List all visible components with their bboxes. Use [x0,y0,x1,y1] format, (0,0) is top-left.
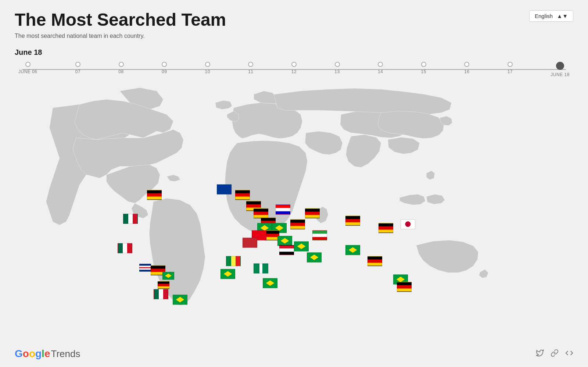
timeline-date-label: 09 [162,69,167,74]
timeline-date-label: 11 [248,69,253,74]
timeline-dot[interactable] [248,62,253,67]
flag-de [254,208,268,218]
twitter-icon[interactable] [536,349,544,359]
flag-marker [345,215,360,225]
timeline-dots: JUNE 060708091011121314151617JUNE 18 [18,62,570,77]
flag-eg [279,245,294,255]
timeline-date-label: 14 [378,69,383,74]
flag-marker [162,272,174,279]
flag-marker [265,230,279,240]
timeline-dot[interactable] [378,62,383,67]
timeline-point[interactable]: 16 [464,62,469,77]
flag-cr [139,264,151,271]
timeline-point[interactable]: 07 [75,62,80,77]
flag-marker [243,238,257,247]
flag-marker [276,204,290,214]
timeline-point[interactable]: 08 [118,62,123,77]
flag-marker [118,243,132,253]
flag-de [290,219,305,229]
timeline-date-label: JUNE 06 [18,69,37,74]
footer-icons [536,349,573,359]
flag-is [217,184,232,194]
flag-marker [123,214,138,224]
flag-ma [243,238,257,247]
timeline-dot[interactable] [335,62,340,67]
timeline-point[interactable]: 11 [248,62,253,77]
flag-de [265,230,279,240]
flag-br [294,241,309,251]
timeline-dot[interactable] [162,62,167,67]
timeline-dot[interactable] [508,62,513,67]
timeline-dot[interactable] [421,62,426,67]
code-icon[interactable] [565,349,573,359]
timeline-dot[interactable] [464,62,469,67]
page-subtitle: The most searched national team in each … [15,33,226,39]
timeline-section: June 18 JUNE 060708091011121314151617JUN… [0,39,588,77]
flag-de [397,282,412,292]
timeline-point[interactable]: JUNE 06 [18,62,37,77]
flag-marker [368,256,382,266]
google-logo-text: Google [15,348,50,360]
flag-ir [312,230,327,240]
timeline-dot[interactable] [25,62,31,67]
flag-hr [276,204,290,214]
flag-marker [401,219,415,229]
flag-marker [277,236,292,246]
timeline-date-label: 10 [205,69,210,74]
flag-br [277,236,292,246]
flag-de [235,190,250,200]
timeline-point[interactable]: JUNE 18 [551,62,570,77]
flag-marker [217,184,232,194]
flag-marker [263,278,277,288]
timeline-dot-active[interactable] [556,62,564,70]
timeline-point[interactable]: 13 [334,62,340,77]
flag-marker [147,190,162,200]
flag-marker [173,295,187,304]
flag-sn [226,256,241,266]
timeline-point[interactable]: 17 [508,62,513,77]
timeline-date-label: JUNE 18 [551,72,570,77]
timeline-point[interactable]: 12 [291,62,297,77]
flag-br [263,278,277,288]
flag-marker [305,208,320,218]
timeline-dot[interactable] [119,62,124,67]
flag-de [158,281,169,289]
timeline-date-label: 13 [334,69,340,74]
timeline-dot[interactable] [291,62,297,67]
link-icon[interactable] [551,349,559,359]
flag-marker [397,282,412,292]
page-header: The Most Searched Team The most searched… [0,0,588,39]
timeline-dot[interactable] [205,62,210,67]
language-selector[interactable]: English ▲▼ [529,10,573,22]
timeline-point[interactable]: 10 [205,62,210,77]
flag-br [220,269,235,279]
timeline-point[interactable]: 09 [162,62,167,77]
flag-br [162,272,174,279]
flag-marker [345,245,360,255]
flag-ng [254,263,268,273]
flag-de [345,215,360,225]
header-text: The Most Searched Team The most searched… [15,10,226,39]
flag-marker [158,281,169,289]
trends-logo-text: Trends [51,348,80,360]
flag-de [305,208,320,218]
flag-marker [254,208,268,218]
flag-jp [401,219,415,229]
timeline-date-label: 16 [464,69,469,74]
page-footer: Google Trends [15,348,573,360]
flag-mx [154,289,168,299]
flag-de [147,190,162,200]
flag-marker [379,223,393,233]
flag-mx [118,243,132,253]
world-map-container [0,81,588,309]
flag-mx [123,214,138,224]
flag-marker [279,245,294,255]
timeline-point[interactable]: 14 [378,62,383,77]
flag-br [345,245,360,255]
flag-de [368,256,382,266]
page-title: The Most Searched Team [15,10,226,30]
flag-br [307,252,322,262]
chevron-down-icon: ▲▼ [557,13,568,19]
timeline-dot[interactable] [75,62,80,67]
timeline-point[interactable]: 15 [421,62,426,77]
